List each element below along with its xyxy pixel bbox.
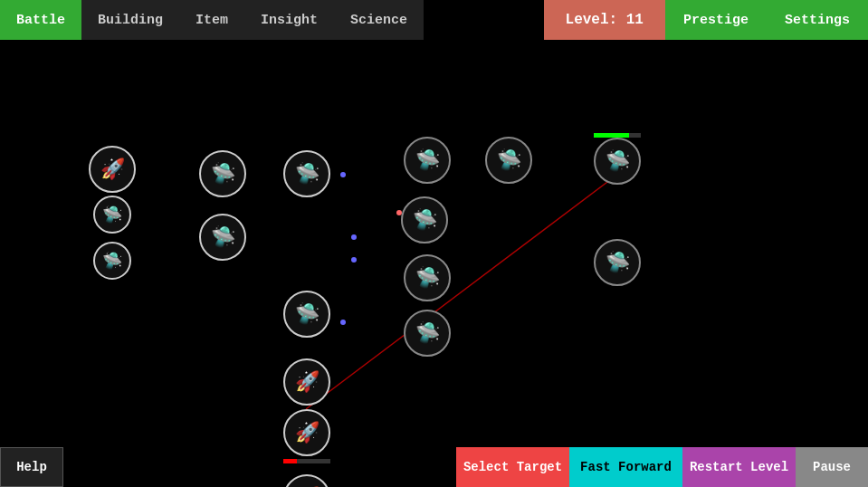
- tab-building[interactable]: Building: [81, 0, 179, 40]
- level-display: Level: 11: [544, 0, 665, 40]
- ship-2[interactable]: 🛸: [93, 196, 131, 234]
- ship-1[interactable]: 🚀: [89, 146, 136, 193]
- enemy-7[interactable]: 🛸: [594, 239, 641, 286]
- ship-4[interactable]: 🛸: [199, 150, 246, 197]
- svg-point-2: [351, 234, 357, 240]
- svg-line-0: [306, 174, 618, 409]
- enemy-6-health-bar: [594, 133, 641, 138]
- enemy-1[interactable]: 🛸: [404, 137, 451, 184]
- ship-7[interactable]: 🛸: [283, 291, 330, 338]
- top-nav: Battle Building Item Insight Science Lev…: [0, 0, 868, 40]
- ship-5[interactable]: 🛸: [199, 214, 246, 261]
- settings-button[interactable]: Settings: [767, 0, 868, 40]
- tab-battle[interactable]: Battle: [0, 0, 81, 40]
- restart-level-button[interactable]: Restart Level: [682, 447, 796, 487]
- bottom-bar: Help Select Target Fast Forward Restart …: [0, 447, 868, 487]
- fast-forward-button[interactable]: Fast Forward: [569, 447, 682, 487]
- svg-point-1: [340, 172, 346, 177]
- svg-point-3: [351, 257, 357, 263]
- enemy-5[interactable]: 🛸: [485, 137, 532, 184]
- tab-insight[interactable]: Insight: [244, 0, 334, 40]
- tab-item[interactable]: Item: [179, 0, 244, 40]
- prestige-button[interactable]: Prestige: [665, 0, 767, 40]
- ship-6[interactable]: 🛸: [283, 150, 330, 197]
- ship-8[interactable]: 🚀: [283, 358, 330, 406]
- enemy-2[interactable]: 🛸: [401, 196, 448, 244]
- battle-area: 🚀 🛸 🛸 🛸 🛸 🛸 🛸 🚀 🚀 🚀 🛸: [0, 40, 868, 487]
- svg-point-4: [340, 320, 346, 325]
- enemy-6[interactable]: 🛸: [594, 138, 641, 185]
- help-button[interactable]: Help: [0, 447, 63, 487]
- enemy-4[interactable]: 🛸: [404, 310, 451, 357]
- tab-science[interactable]: Science: [334, 0, 424, 40]
- ship-3[interactable]: 🛸: [93, 242, 131, 280]
- select-target-button[interactable]: Select Target: [456, 447, 569, 487]
- pause-button[interactable]: Pause: [796, 447, 868, 487]
- bottom-spacer: [63, 447, 456, 487]
- enemy-3[interactable]: 🛸: [404, 254, 451, 301]
